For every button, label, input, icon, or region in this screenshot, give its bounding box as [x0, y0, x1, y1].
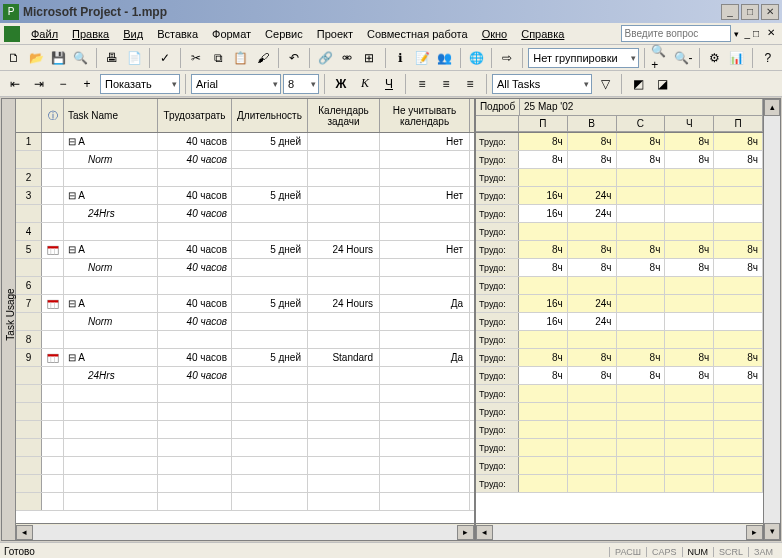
bold-button[interactable]: Ж	[330, 73, 352, 95]
calendar-cell[interactable]	[308, 133, 380, 150]
time-cell[interactable]: 8ч	[519, 133, 568, 150]
time-cell[interactable]	[714, 313, 763, 330]
publish-icon[interactable]: 🌐	[466, 47, 486, 69]
duration-cell[interactable]	[232, 205, 308, 222]
timephased-row[interactable]: Трудо:	[476, 421, 763, 439]
time-cell[interactable]	[519, 475, 568, 492]
open-icon[interactable]: 📂	[26, 47, 46, 69]
left-hscrollbar[interactable]: ◂ ▸	[16, 523, 474, 540]
copy-icon[interactable]: ⧉	[208, 47, 228, 69]
notes-icon[interactable]: 📝	[413, 47, 433, 69]
duration-cell[interactable]	[232, 151, 308, 168]
duration-cell[interactable]	[232, 367, 308, 384]
duration-cell[interactable]	[232, 169, 308, 186]
calendar-cell[interactable]	[308, 331, 380, 348]
task-table-body[interactable]: 1⊟ A40 часов5 днейНетNorm40 часов23⊟ A40…	[16, 133, 474, 523]
duration-cell[interactable]: 5 дней	[232, 349, 308, 366]
split-icon[interactable]: ⊞	[359, 47, 379, 69]
timephased-row[interactable]: Трудо:8ч8ч8ч8ч8ч	[476, 151, 763, 169]
time-cell[interactable]	[568, 439, 617, 456]
time-cell[interactable]	[714, 457, 763, 474]
header-work[interactable]: Трудозатрать	[158, 99, 232, 132]
scroll-left-button[interactable]: ◂	[476, 525, 493, 540]
task-name-cell[interactable]: ⊟ A	[64, 241, 158, 258]
calendar-cell[interactable]	[308, 169, 380, 186]
timephased-row[interactable]: Трудо:	[476, 439, 763, 457]
time-cell[interactable]	[568, 223, 617, 240]
day-header[interactable]: П	[714, 116, 763, 133]
time-cell[interactable]: 8ч	[568, 151, 617, 168]
work-cell[interactable]: 40 часов	[158, 187, 232, 204]
time-cell[interactable]: 8ч	[665, 259, 714, 276]
misc1-icon[interactable]: ◩	[627, 73, 649, 95]
time-cell[interactable]	[665, 403, 714, 420]
scroll-down-button[interactable]: ▾	[764, 523, 780, 540]
table-row[interactable]: 2	[16, 169, 474, 187]
unlink-icon[interactable]: ⚮	[337, 47, 357, 69]
search-icon[interactable]: 🔍	[71, 47, 91, 69]
task-name-cell[interactable]: ⊟ A	[64, 187, 158, 204]
time-cell[interactable]	[665, 439, 714, 456]
time-cell[interactable]	[665, 205, 714, 222]
table-row[interactable]: 24Hrs40 часов	[16, 205, 474, 223]
time-cell[interactable]	[714, 385, 763, 402]
outdent-icon[interactable]: ⇤	[4, 73, 26, 95]
task-name-cell[interactable]	[64, 169, 158, 186]
filter-combo[interactable]: All Tasks	[492, 74, 592, 94]
row-number[interactable]: 4	[16, 223, 42, 240]
time-cell[interactable]	[519, 169, 568, 186]
time-cell[interactable]: 8ч	[617, 349, 666, 366]
time-cell[interactable]	[714, 223, 763, 240]
scroll-right-button[interactable]: ▸	[746, 525, 763, 540]
time-cell[interactable]	[568, 403, 617, 420]
timephased-row[interactable]: Трудо:8ч8ч8ч8ч8ч	[476, 259, 763, 277]
time-cell[interactable]	[665, 421, 714, 438]
time-cell[interactable]	[714, 403, 763, 420]
work-cell[interactable]: 40 часов	[158, 367, 232, 384]
time-cell[interactable]	[665, 169, 714, 186]
header-indicator[interactable]: ⓘ	[42, 99, 64, 132]
show-combo[interactable]: Показать	[100, 74, 180, 94]
time-cell[interactable]: 8ч	[617, 367, 666, 384]
time-cell[interactable]	[665, 457, 714, 474]
header-ignore[interactable]: Не учитывать календарь	[380, 99, 470, 132]
task-name-cell[interactable]: ⊟ A	[64, 349, 158, 366]
time-cell[interactable]	[665, 385, 714, 402]
day-header[interactable]: Ч	[665, 116, 714, 133]
autofilter-icon[interactable]: ▽	[594, 73, 616, 95]
time-cell[interactable]	[714, 187, 763, 204]
header-calendar[interactable]: Календарь задачи	[308, 99, 380, 132]
time-cell[interactable]	[617, 457, 666, 474]
table-row[interactable]: Norm40 часов	[16, 151, 474, 169]
time-cell[interactable]: 8ч	[665, 367, 714, 384]
align-left-icon[interactable]: ≡	[411, 73, 433, 95]
task-name-cell[interactable]: Norm	[64, 259, 158, 276]
timephased-row[interactable]: Трудо:	[476, 385, 763, 403]
format-painter-icon[interactable]: 🖌	[253, 47, 273, 69]
timephased-row[interactable]: Трудо:8ч8ч8ч8ч8ч	[476, 349, 763, 367]
vscroll-track[interactable]	[764, 116, 780, 523]
work-cell[interactable]: 40 часов	[158, 151, 232, 168]
time-cell[interactable]: 8ч	[568, 133, 617, 150]
row-number[interactable]: 7	[16, 295, 42, 312]
timephased-row[interactable]: Трудо:8ч8ч8ч8ч8ч	[476, 133, 763, 151]
timephased-row[interactable]: Трудо:	[476, 403, 763, 421]
row-number[interactable]: 3	[16, 187, 42, 204]
menu-edit[interactable]: Правка	[65, 26, 116, 42]
calendar-cell[interactable]	[308, 277, 380, 294]
scroll-up-button[interactable]: ▴	[764, 99, 780, 116]
table-row[interactable]: 3⊟ A40 часов5 днейНет	[16, 187, 474, 205]
task-name-cell[interactable]: Norm	[64, 151, 158, 168]
time-cell[interactable]: 16ч	[519, 313, 568, 330]
undo-icon[interactable]: ↶	[284, 47, 304, 69]
table-row[interactable]: Norm40 часов	[16, 313, 474, 331]
time-cell[interactable]: 16ч	[519, 187, 568, 204]
time-cell[interactable]	[714, 421, 763, 438]
table-row[interactable]: 4	[16, 223, 474, 241]
time-cell[interactable]	[714, 475, 763, 492]
restore-doc-button[interactable]: _ □	[745, 28, 759, 39]
ignore-cell[interactable]	[380, 313, 470, 330]
table-row[interactable]: 8	[16, 331, 474, 349]
calendar-cell[interactable]: Standard	[308, 349, 380, 366]
ignore-cell[interactable]	[380, 331, 470, 348]
